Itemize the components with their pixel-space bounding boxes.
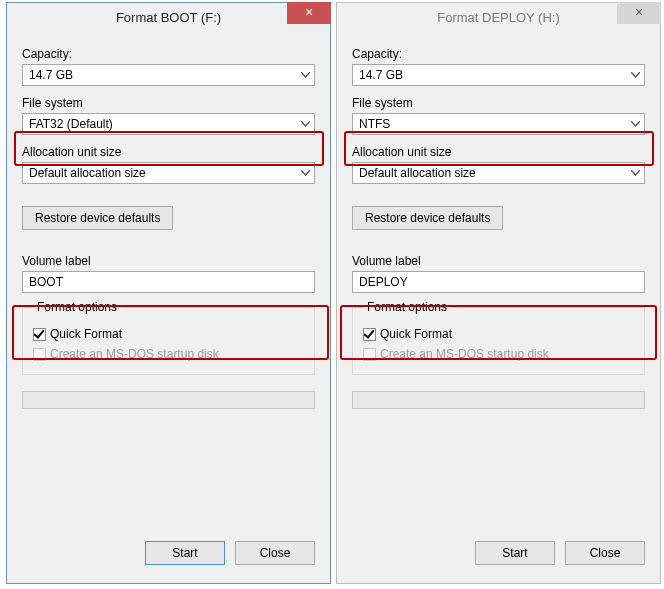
msdos-label: Create an MS-DOS startup disk [50,347,219,361]
volume-label-label: Volume label [352,254,645,268]
quick-format-label: Quick Format [380,327,452,341]
capacity-combo[interactable]: 14.7 GB [22,64,315,86]
titlebar: Format BOOT (F:) × [7,3,330,33]
start-button[interactable]: Start [145,541,225,565]
capacity-value: 14.7 GB [29,68,73,82]
chevron-down-icon [296,163,314,183]
msdos-checkbox [363,348,376,361]
capacity-combo[interactable]: 14.7 GB [352,64,645,86]
volume-label-input[interactable]: DEPLOY [352,271,645,293]
quick-format-label: Quick Format [50,327,122,341]
restore-defaults-button[interactable]: Restore device defaults [352,206,503,230]
volume-label-label: Volume label [22,254,315,268]
msdos-checkbox [33,348,46,361]
quick-format-checkbox[interactable] [33,328,46,341]
progress-bar [352,391,645,409]
capacity-value: 14.7 GB [359,68,403,82]
filesystem-combo[interactable]: NTFS [352,113,645,135]
window-title: Format BOOT (F:) [116,10,221,25]
filesystem-value: NTFS [359,117,390,131]
start-button[interactable]: Start [475,541,555,565]
restore-defaults-label: Restore device defaults [35,211,160,225]
close-button-label: Close [260,546,291,560]
chevron-down-icon [296,114,314,134]
chevron-down-icon [626,163,644,183]
window-close-button[interactable]: × [617,2,661,24]
close-button[interactable]: Close [565,541,645,565]
start-button-label: Start [172,546,197,560]
allocation-label: Allocation unit size [352,145,645,159]
close-icon: × [635,4,643,20]
volume-label-value: DEPLOY [359,275,408,289]
quick-format-checkbox[interactable] [363,328,376,341]
msdos-label: Create an MS-DOS startup disk [380,347,549,361]
capacity-label: Capacity: [22,47,315,61]
filesystem-label: File system [352,96,645,110]
start-button-label: Start [502,546,527,560]
format-options-legend: Format options [363,300,451,314]
chevron-down-icon [626,65,644,85]
progress-bar [22,391,315,409]
restore-defaults-label: Restore device defaults [365,211,490,225]
filesystem-label: File system [22,96,315,110]
allocation-value: Default allocation size [359,166,476,180]
allocation-combo[interactable]: Default allocation size [352,162,645,184]
format-options-legend: Format options [33,300,121,314]
window-title: Format DEPLOY (H:) [437,10,560,25]
capacity-label: Capacity: [352,47,645,61]
chevron-down-icon [296,65,314,85]
volume-label-input[interactable]: BOOT [22,271,315,293]
format-dialog-boot: Format BOOT (F:) × Capacity: 14.7 GB Fil… [6,2,331,584]
allocation-combo[interactable]: Default allocation size [22,162,315,184]
format-options-group: Format options Quick Format Create an MS… [352,307,645,375]
titlebar: Format DEPLOY (H:) × [337,3,660,33]
format-dialog-deploy: Format DEPLOY (H:) × Capacity: 14.7 GB F… [336,2,661,584]
allocation-value: Default allocation size [29,166,146,180]
filesystem-combo[interactable]: FAT32 (Default) [22,113,315,135]
window-close-button[interactable]: × [287,2,331,24]
format-options-group: Format options Quick Format Create an MS… [22,307,315,375]
filesystem-value: FAT32 (Default) [29,117,113,131]
close-button-label: Close [590,546,621,560]
volume-label-value: BOOT [29,275,63,289]
close-button[interactable]: Close [235,541,315,565]
chevron-down-icon [626,114,644,134]
close-icon: × [305,4,313,20]
restore-defaults-button[interactable]: Restore device defaults [22,206,173,230]
allocation-label: Allocation unit size [22,145,315,159]
